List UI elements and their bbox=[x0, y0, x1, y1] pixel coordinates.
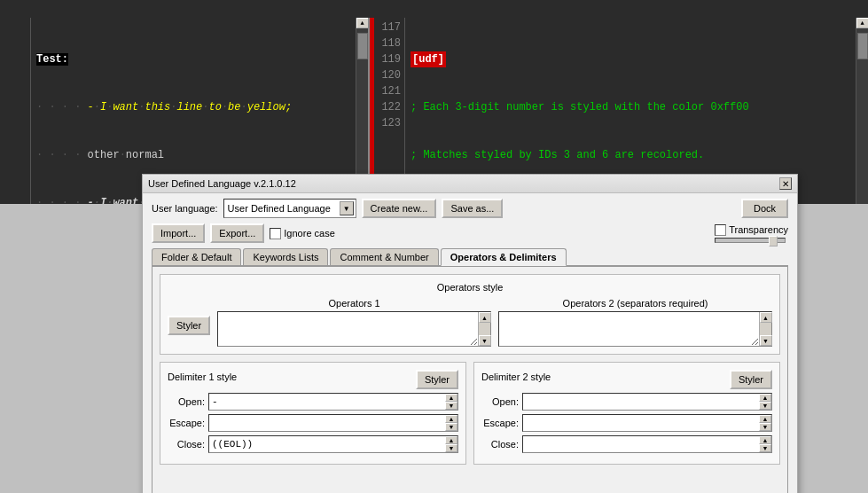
dialog-close-button[interactable]: ✕ bbox=[779, 177, 792, 190]
ignore-case-checkbox[interactable] bbox=[270, 228, 281, 239]
delimiter2-escape-input[interactable] bbox=[523, 415, 759, 431]
right-scrollbar[interactable]: ▲ bbox=[856, 18, 868, 204]
delimiter1-open-down[interactable]: ▼ bbox=[445, 402, 457, 410]
delimiter2-escape-scrollbtns: ▲ ▼ bbox=[759, 415, 771, 431]
export-button[interactable]: Export... bbox=[210, 223, 264, 243]
delimiter2-open-input[interactable] bbox=[523, 394, 759, 410]
delimiter2-close-scrollbtns: ▲ ▼ bbox=[759, 436, 771, 452]
dialog-title: User Defined Language v.2.1.0.12 bbox=[148, 178, 296, 189]
op2-scrollbar[interactable]: ▲ ▼ bbox=[759, 312, 771, 346]
right-scroll-thumb[interactable] bbox=[857, 33, 868, 59]
delimiter1-escape-input[interactable] bbox=[209, 415, 445, 431]
delimiter1-escape-row: Escape: ▲ ▼ bbox=[168, 414, 458, 432]
op2-scroll-down[interactable]: ▼ bbox=[760, 335, 772, 346]
op1-scroll-down[interactable]: ▼ bbox=[479, 335, 491, 346]
transparency-section: Transparency bbox=[715, 224, 788, 243]
delimiter1-title: Delimiter 1 style bbox=[168, 372, 237, 382]
dialog-tabs: Folder & Default Keywords Lists Comment … bbox=[152, 248, 788, 266]
tab-keywords-lists[interactable]: Keywords Lists bbox=[243, 248, 328, 265]
delimiter1-open-wrapper[interactable]: ▲ ▼ bbox=[208, 393, 458, 411]
delimiter1-close-label: Close: bbox=[168, 439, 205, 450]
delimiter1-escape-down[interactable]: ▼ bbox=[445, 423, 457, 431]
transparency-slider[interactable] bbox=[715, 238, 786, 243]
delimiter1-close-scrollbtns: ▲ ▼ bbox=[445, 436, 457, 452]
delimiter1-close-up[interactable]: ▲ bbox=[445, 436, 457, 444]
delimiter2-escape-row: Escape: ▲ ▼ bbox=[481, 414, 772, 432]
ops-col2: Operators 2 (separators required) ▲ ▼ bbox=[498, 298, 772, 347]
transparency-slider-thumb[interactable] bbox=[769, 236, 778, 246]
delimiter2-styler-button[interactable]: Styler bbox=[730, 370, 772, 389]
delimiter2-close-up[interactable]: ▲ bbox=[759, 436, 771, 444]
operators-style-title: Operators style bbox=[168, 282, 772, 293]
delimiter1-open-label: Open: bbox=[168, 396, 205, 407]
delimiter1-open-scrollbtns: ▲ ▼ bbox=[445, 394, 457, 410]
dialog-body: User language: User Defined Language ▼ C… bbox=[143, 193, 797, 493]
save-as-button[interactable]: Save as... bbox=[442, 199, 503, 218]
tab-folder-default[interactable]: Folder & Default bbox=[152, 248, 241, 265]
tab-operators-delimiters[interactable]: Operators & Delimiters bbox=[441, 248, 567, 266]
create-new-button[interactable]: Create new... bbox=[362, 199, 437, 218]
delimiter1-escape-label: Escape: bbox=[168, 418, 205, 428]
delimiter2-escape-wrapper[interactable]: ▲ ▼ bbox=[522, 414, 772, 432]
delimiter2-open-up[interactable]: ▲ bbox=[759, 394, 771, 402]
delimiter1-escape-scrollbtns: ▲ ▼ bbox=[445, 415, 457, 431]
ignore-case-checkbox-label[interactable]: Ignore case bbox=[270, 228, 334, 239]
delimiter2-escape-down[interactable]: ▼ bbox=[759, 423, 771, 431]
delimiters-row: Delimiter 1 style Styler Open: ▲ ▼ bbox=[160, 362, 780, 465]
op2-textarea-wrapper[interactable]: ▲ ▼ bbox=[498, 311, 772, 347]
delimiter2-open-wrapper[interactable]: ▲ ▼ bbox=[522, 393, 772, 411]
transparency-checkbox-label[interactable]: Transparency bbox=[715, 224, 788, 236]
delimiter2-close-wrapper[interactable]: ▲ ▼ bbox=[522, 435, 772, 453]
transparency-checkbox[interactable] bbox=[715, 224, 726, 236]
user-language-value: User Defined Language bbox=[228, 203, 331, 214]
delimiter2-close-input[interactable] bbox=[523, 436, 759, 452]
delimiter2-section: Delimiter 2 style Styler Open: ▲ ▼ bbox=[473, 362, 780, 465]
delimiter2-open-row: Open: ▲ ▼ bbox=[481, 393, 772, 411]
delimiter2-close-row: Close: ▲ ▼ bbox=[481, 435, 772, 453]
delimiter1-section: Delimiter 1 style Styler Open: ▲ ▼ bbox=[160, 362, 466, 465]
dock-button[interactable]: Dock bbox=[741, 199, 788, 218]
delimiter2-close-label: Close: bbox=[481, 439, 519, 450]
delimiter2-close-down[interactable]: ▼ bbox=[759, 444, 771, 452]
delimiter1-escape-up[interactable]: ▲ bbox=[445, 415, 457, 423]
left-line-numbers bbox=[0, 18, 31, 204]
dialog-titlebar: User Defined Language v.2.1.0.12 ✕ bbox=[143, 175, 797, 193]
delimiter1-close-input[interactable] bbox=[209, 436, 445, 452]
right-scroll-up[interactable]: ▲ bbox=[856, 18, 869, 28]
left-scroll-up[interactable]: ▲ bbox=[356, 18, 369, 28]
op1-textarea-wrapper[interactable]: ▲ ▼ bbox=[217, 311, 491, 347]
delimiter1-close-row: Close: ▲ ▼ bbox=[168, 435, 458, 453]
import-button[interactable]: Import... bbox=[152, 223, 205, 243]
delimiter2-open-label: Open: bbox=[481, 396, 519, 407]
op1-input[interactable] bbox=[218, 312, 478, 346]
user-language-select[interactable]: User Defined Language ▼ bbox=[223, 199, 356, 218]
delimiter1-open-row: Open: ▲ ▼ bbox=[168, 393, 458, 411]
delimiter2-escape-up[interactable]: ▲ bbox=[759, 415, 771, 423]
op1-scrollbar[interactable]: ▲ ▼ bbox=[478, 312, 490, 346]
left-scroll-thumb[interactable] bbox=[357, 33, 368, 59]
delimiter1-close-down[interactable]: ▼ bbox=[445, 444, 457, 452]
delimiter1-escape-wrapper[interactable]: ▲ ▼ bbox=[208, 414, 458, 432]
dialog-row2: Import... Export... Ignore case Transpar… bbox=[152, 223, 788, 243]
delimiter2-title: Delimiter 2 style bbox=[481, 372, 551, 382]
delimiter1-close-wrapper[interactable]: ▲ ▼ bbox=[208, 435, 458, 453]
op2-input[interactable] bbox=[499, 312, 759, 346]
op2-scroll-up[interactable]: ▲ bbox=[760, 312, 772, 323]
op1-label: Operators 1 bbox=[217, 298, 491, 309]
dialog-row1: User language: User Defined Language ▼ C… bbox=[152, 199, 788, 218]
delimiter1-open-input[interactable] bbox=[209, 394, 445, 410]
delimiter2-open-down[interactable]: ▼ bbox=[759, 402, 771, 410]
dialog-main: Operators style Styler Operators 1 ▲ ▼ bbox=[152, 266, 788, 493]
op1-scroll-up[interactable]: ▲ bbox=[479, 312, 491, 323]
operators-style-section: Operators style Styler Operators 1 ▲ ▼ bbox=[160, 274, 780, 355]
op2-label: Operators 2 (separators required) bbox=[498, 298, 772, 309]
ignore-case-label: Ignore case bbox=[284, 228, 334, 239]
select-dropdown-arrow[interactable]: ▼ bbox=[340, 201, 354, 215]
udl-dialog: User Defined Language v.2.1.0.12 ✕ User … bbox=[142, 174, 798, 493]
delimiter1-open-up[interactable]: ▲ bbox=[445, 394, 457, 402]
delimiter1-styler-button[interactable]: Styler bbox=[416, 370, 458, 389]
transparency-label: Transparency bbox=[729, 224, 788, 235]
ops-styler-button[interactable]: Styler bbox=[168, 316, 210, 335]
user-language-label: User language: bbox=[152, 203, 218, 214]
tab-comment-number[interactable]: Comment & Number bbox=[330, 248, 438, 265]
